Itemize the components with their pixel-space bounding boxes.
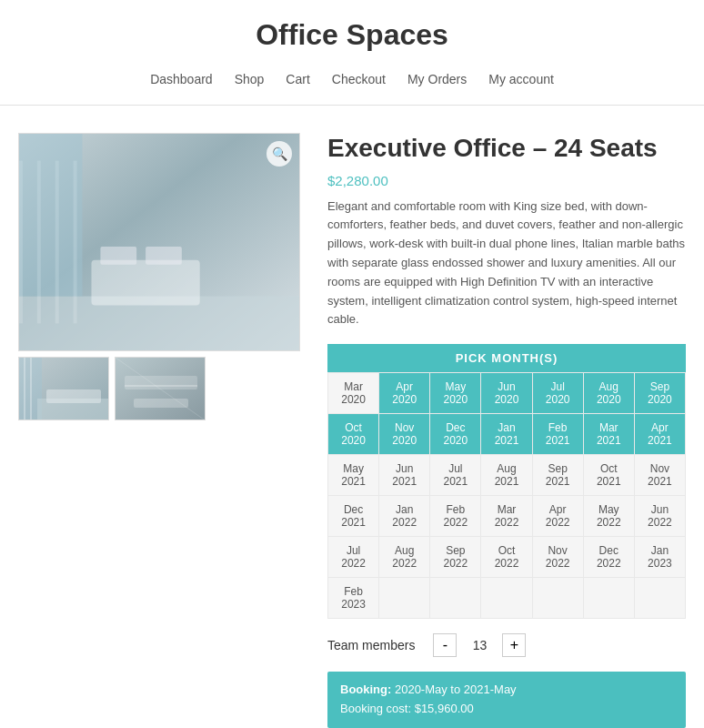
- svg-rect-19: [125, 376, 197, 389]
- svg-rect-13: [30, 358, 32, 420]
- product-description: Elegant and comfortable room with King s…: [327, 197, 686, 330]
- calendar-cell[interactable]: Oct2020: [328, 414, 379, 455]
- calendar-cell[interactable]: Jul2020: [532, 373, 583, 414]
- nav-dashboard[interactable]: Dashboard: [150, 72, 213, 86]
- thumbnail-row: [18, 357, 300, 420]
- team-plus-button[interactable]: +: [502, 633, 526, 657]
- calendar-cell-empty: [430, 578, 481, 619]
- calendar-cell[interactable]: Sep2020: [634, 373, 685, 414]
- product-price: $2,280.00: [327, 173, 686, 188]
- calendar-cell[interactable]: Feb2021: [532, 414, 583, 455]
- svg-rect-6: [91, 260, 199, 306]
- calendar-cell[interactable]: May2022: [583, 496, 634, 537]
- svg-rect-15: [46, 389, 101, 403]
- calendar-cell[interactable]: Mar2022: [481, 496, 532, 537]
- calendar-cell[interactable]: Feb2023: [328, 578, 379, 619]
- booking-cost-prefix: Booking cost:: [340, 702, 415, 715]
- calendar-cell-empty: [532, 578, 583, 619]
- product-title: Executive Office – 24 Seats: [327, 133, 686, 164]
- calendar-cell[interactable]: Dec2021: [328, 496, 379, 537]
- calendar-cell[interactable]: Sep2021: [532, 455, 583, 496]
- booking-line1: Booking: 2020-May to 2021-May: [340, 681, 673, 700]
- calendar-table: Mar2020Apr2020May2020Jun2020Jul2020Aug20…: [327, 372, 686, 619]
- svg-rect-8: [146, 247, 182, 265]
- booking-dates: 2020-May to 2021-May: [395, 682, 517, 696]
- site-title: Office Spaces: [0, 18, 704, 52]
- nav-my-account[interactable]: My account: [488, 72, 554, 86]
- calendar-cell[interactable]: Jun2022: [634, 496, 685, 537]
- calendar-cell[interactable]: Sep2022: [430, 537, 481, 578]
- calendar-cell[interactable]: Aug2021: [481, 455, 532, 496]
- calendar-cell[interactable]: May2021: [328, 455, 379, 496]
- calendar-cell[interactable]: Nov2022: [532, 537, 583, 578]
- team-members-row: Team members - 13 +: [327, 633, 686, 657]
- svg-rect-12: [24, 358, 25, 420]
- thumbnail-2[interactable]: [115, 357, 206, 420]
- calendar-cell[interactable]: Apr2020: [379, 373, 430, 414]
- calendar-cell-empty: [379, 578, 430, 619]
- nav-shop[interactable]: Shop: [235, 72, 265, 86]
- nav-cart[interactable]: Cart: [286, 72, 309, 86]
- calendar-header: PICK MONTH(S): [327, 344, 686, 372]
- svg-rect-9: [19, 134, 83, 297]
- calendar-cell[interactable]: Aug2020: [583, 373, 634, 414]
- main-product-image: 🔍: [18, 133, 300, 351]
- booking-info: Booking: 2020-May to 2021-May Booking co…: [327, 672, 686, 728]
- svg-rect-20: [134, 399, 188, 408]
- calendar-cell-empty: [583, 578, 634, 619]
- nav-menu: Dashboard Shop Cart Checkout My Orders M…: [0, 63, 704, 96]
- calendar-cell[interactable]: Oct2021: [583, 455, 634, 496]
- calendar-cell[interactable]: May2020: [430, 373, 481, 414]
- calendar-cell[interactable]: Nov2020: [379, 414, 430, 455]
- main-content: 🔍: [0, 133, 704, 728]
- main-image-placeholder: [19, 134, 299, 350]
- calendar-cell[interactable]: Jun2021: [379, 455, 430, 496]
- calendar-cell[interactable]: Feb2022: [430, 496, 481, 537]
- nav-my-orders[interactable]: My Orders: [407, 72, 467, 86]
- booking-prefix: Booking:: [340, 682, 395, 696]
- calendar-cell[interactable]: Oct2022: [481, 537, 532, 578]
- calendar-cell[interactable]: Jan2023: [634, 537, 685, 578]
- calendar-cell[interactable]: Jan2022: [379, 496, 430, 537]
- calendar-cell[interactable]: Mar2020: [328, 373, 379, 414]
- calendar-cell[interactable]: Apr2021: [634, 414, 685, 455]
- calendar-cell[interactable]: Aug2022: [379, 537, 430, 578]
- site-header: Office Spaces Dashboard Shop Cart Checko…: [0, 0, 704, 106]
- calendar-cell[interactable]: Dec2020: [430, 414, 481, 455]
- svg-rect-7: [100, 247, 136, 265]
- zoom-button[interactable]: 🔍: [267, 141, 292, 167]
- calendar-cell[interactable]: Jun2020: [481, 373, 532, 414]
- product-details: Executive Office – 24 Seats $2,280.00 El…: [327, 133, 686, 728]
- calendar-cell[interactable]: Jan2021: [481, 414, 532, 455]
- calendar-cell-empty: [481, 578, 532, 619]
- calendar-cell-empty: [634, 578, 685, 619]
- team-members-label: Team members: [327, 638, 415, 652]
- team-members-value: 13: [466, 638, 493, 652]
- calendar-cell[interactable]: Dec2022: [583, 537, 634, 578]
- booking-line2: Booking cost: $15,960.00: [340, 700, 673, 719]
- nav-checkout[interactable]: Checkout: [332, 72, 386, 86]
- booking-cost-value: $15,960.00: [415, 702, 474, 715]
- calendar-section: PICK MONTH(S) Mar2020Apr2020May2020Jun20…: [327, 344, 686, 619]
- calendar-cell[interactable]: Nov2021: [634, 455, 685, 496]
- calendar-cell[interactable]: Apr2022: [532, 496, 583, 537]
- calendar-cell[interactable]: Mar2021: [583, 414, 634, 455]
- product-images: 🔍: [18, 133, 300, 728]
- calendar-cell[interactable]: Jul2021: [430, 455, 481, 496]
- team-minus-button[interactable]: -: [433, 633, 457, 657]
- thumbnail-1[interactable]: [18, 357, 109, 420]
- calendar-cell[interactable]: Jul2022: [328, 537, 379, 578]
